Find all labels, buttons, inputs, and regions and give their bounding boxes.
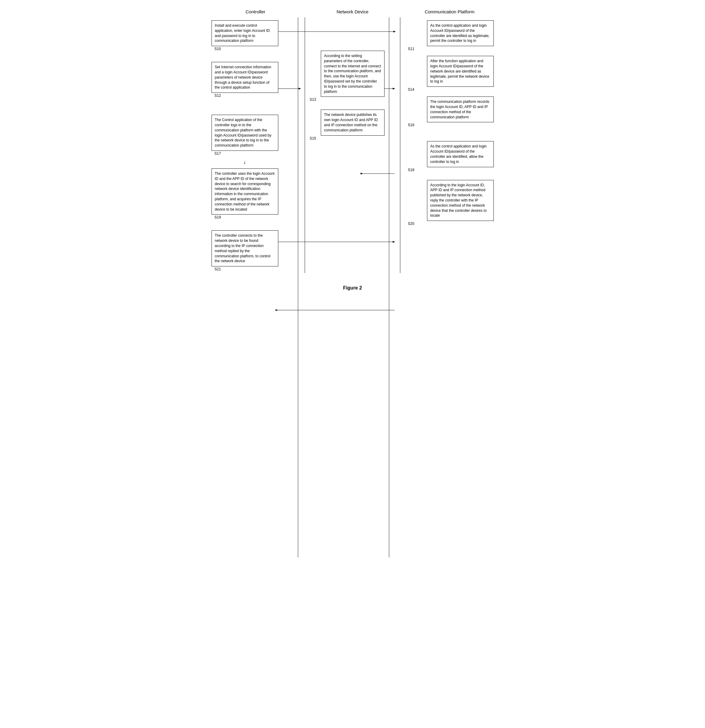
s15-box: The network device publishes its own log… xyxy=(321,110,384,135)
s21-box: The controller connects to the network d… xyxy=(211,230,278,266)
s20-label: S20 xyxy=(408,221,414,226)
s13-label: S13 xyxy=(309,97,316,102)
s14-label: S14 xyxy=(408,87,414,92)
left-column: Install and execute control application,… xyxy=(207,17,305,273)
col-header-mid: Network Device xyxy=(337,9,368,14)
s11-label: S11 xyxy=(408,47,414,51)
down-arrow-left: ↓ xyxy=(211,157,278,167)
content-area: Install and execute control application,… xyxy=(207,17,498,273)
main-layout: Controller Network Device Communication … xyxy=(207,9,498,273)
s18-box: As the control application and login Acc… xyxy=(427,141,494,167)
s10-label: S10 xyxy=(215,47,221,51)
s20-box: According to the login Account ID, APP I… xyxy=(427,180,494,221)
diagram-container: Controller Network Device Communication … xyxy=(207,9,498,291)
s15-label: S15 xyxy=(309,136,316,140)
mid-column: According to the setting parameters of t… xyxy=(305,17,400,273)
s13-box: According to the setting parameters of t… xyxy=(321,51,384,97)
s12-box: Set Internet connection information and … xyxy=(211,62,278,93)
s19-label: S19 xyxy=(215,215,221,220)
s16-box: The communication platform records the l… xyxy=(427,97,494,122)
s18-label: S18 xyxy=(408,168,414,172)
s17-label: S17 xyxy=(215,152,221,156)
s11-box: As the control application and login Acc… xyxy=(427,20,494,46)
col-header-right: Communication Platform xyxy=(425,9,474,14)
s17-box: The Control application of the controlle… xyxy=(211,115,278,151)
s12-label: S12 xyxy=(215,94,221,98)
col-header-left: Controller xyxy=(246,9,265,14)
s14-box: After the function application and login… xyxy=(427,56,494,87)
s16-label: S16 xyxy=(408,123,414,127)
s19-box: The controller uses the login Account ID… xyxy=(211,168,278,215)
s10-box: Install and execute control application,… xyxy=(211,20,278,46)
three-columns: Install and execute control application,… xyxy=(207,17,498,273)
figure-label: Figure 2 xyxy=(207,285,498,291)
s21-label: S21 xyxy=(215,267,221,271)
right-column: As the control application and login Acc… xyxy=(400,17,498,273)
